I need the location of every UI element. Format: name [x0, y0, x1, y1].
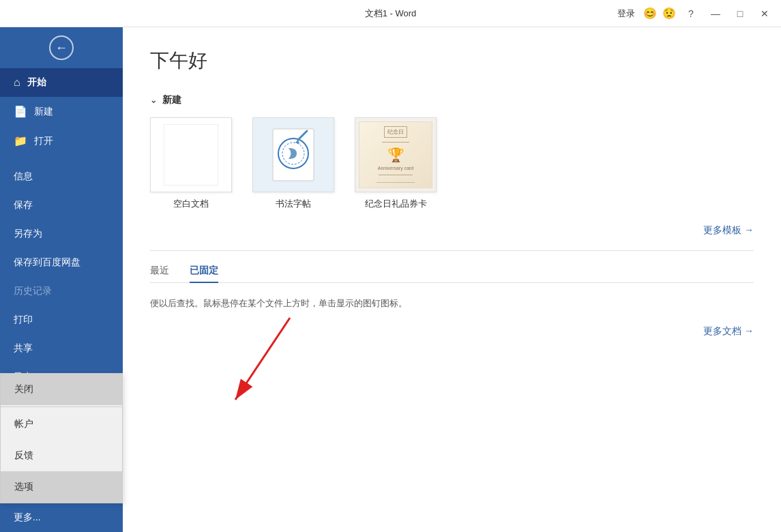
titlebar: 文档1 - Word 登录 😊 😟 ? — □ ✕ [0, 0, 781, 27]
open-folder-icon: 📁 [14, 134, 27, 147]
blank-label: 空白文档 [173, 198, 209, 210]
chevron-icon: ⌄ [150, 95, 157, 105]
app-body: ← ⌂ 开始 📄 新建 📁 打开 信息 [0, 27, 781, 532]
sidebar-wrapper: ← ⌂ 开始 📄 新建 📁 打开 信息 [0, 27, 123, 532]
dropdown-divider [1, 407, 122, 407]
template-anniversary[interactable]: 纪念日 🏆 Anniversary card ———————— 纪念日礼品券卡 [355, 117, 437, 210]
sidebar-label-history: 历史记录 [14, 285, 52, 297]
minimize-button[interactable]: — [706, 4, 725, 23]
maximize-button[interactable]: □ [731, 4, 750, 23]
sidebar-label-savebaidu: 保存到百度网盘 [14, 256, 80, 269]
sidebar-label-save: 保存 [14, 199, 33, 211]
section-divider [150, 250, 754, 251]
sidebar-label-new: 新建 [34, 106, 53, 118]
pinned-empty-text: 便以后查找。鼠标悬停在某个文件上方时，单击显示的图钉图标。 [150, 297, 754, 311]
new-section-label: 新建 [162, 94, 181, 106]
more-docs-row: 更多文档 → [150, 325, 754, 338]
more-templates-link[interactable]: 更多模板 → [703, 224, 754, 237]
sidebar-label-more: 更多... [14, 512, 41, 524]
new-doc-icon: 📄 [14, 105, 27, 118]
sidebar-item-save[interactable]: 保存 [0, 191, 123, 220]
sidebar-label-saveas: 另存为 [14, 228, 42, 240]
sidebar-label-open: 打开 [34, 135, 53, 147]
home-icon: ⌂ [14, 76, 20, 89]
help-button[interactable]: ? [681, 4, 701, 23]
calligraphy-label: 书法字帖 [276, 198, 311, 210]
greeting-text: 下午好 [150, 48, 754, 74]
tab-recent[interactable]: 最近 [150, 265, 169, 282]
smiley-icon[interactable]: 😊 [643, 7, 657, 20]
template-calligraphy[interactable]: 书法字帖 [252, 117, 334, 210]
anniversary-label: 纪念日礼品券卡 [365, 198, 427, 210]
dropdown-item-account[interactable]: 帐户 [1, 409, 122, 440]
sidebar-item-open[interactable]: 📁 打开 [0, 126, 123, 156]
sidebar-item-more[interactable]: 更多... [0, 503, 123, 532]
more-templates-row: 更多模板 → [150, 224, 754, 237]
back-circle-icon: ← [49, 35, 74, 60]
main-content: 下午好 ⌄ 新建 空白文档 [123, 27, 781, 532]
sidebar-item-info[interactable]: 信息 [0, 162, 123, 191]
sidebar-item-savebaidu[interactable]: 保存到百度网盘 [0, 248, 123, 277]
dropdown-menu: 关闭 帐户 反馈 选项 [0, 373, 123, 503]
new-section-header: ⌄ 新建 [150, 94, 754, 106]
sidebar-item-saveas[interactable]: 另存为 [0, 220, 123, 248]
calligraphy-thumb [252, 117, 334, 192]
sidebar-label-home: 开始 [27, 76, 46, 89]
tab-pinned[interactable]: 已固定 [190, 265, 218, 282]
template-blank[interactable]: 空白文档 [150, 117, 232, 210]
calligraphy-svg [269, 128, 317, 182]
sidebar-item-history: 历史记录 [0, 277, 123, 306]
titlebar-title: 文档1 - Word [365, 8, 417, 20]
dropdown-item-feedback[interactable]: 反馈 [1, 440, 122, 471]
templates-row: 空白文档 [150, 117, 754, 210]
sidebar-item-share[interactable]: 共享 [0, 334, 123, 363]
sidebar-label-share: 共享 [14, 342, 33, 355]
sidebar-item-new[interactable]: 📄 新建 [0, 97, 123, 126]
back-button[interactable]: ← [0, 27, 123, 68]
dropdown-item-close[interactable]: 关闭 [1, 374, 122, 405]
sad-icon[interactable]: 😟 [662, 7, 676, 20]
sidebar-label-print: 打印 [14, 314, 33, 326]
sidebar-label-info: 信息 [14, 171, 33, 183]
more-docs-link[interactable]: 更多文档 → [703, 325, 754, 338]
titlebar-controls: 登录 😊 😟 ? — □ ✕ [617, 4, 774, 23]
login-button[interactable]: 登录 [617, 8, 635, 20]
anniversary-thumb: 纪念日 🏆 Anniversary card ———————— [355, 117, 437, 192]
close-button[interactable]: ✕ [755, 4, 774, 23]
tabs-row: 最近 已固定 [150, 265, 754, 283]
dropdown-item-options[interactable]: 选项 [1, 471, 122, 503]
sidebar-item-print[interactable]: 打印 [0, 306, 123, 334]
blank-thumb [150, 117, 232, 192]
sidebar-item-home[interactable]: ⌂ 开始 [0, 68, 123, 97]
sidebar-bottom: 更多... [0, 503, 123, 532]
